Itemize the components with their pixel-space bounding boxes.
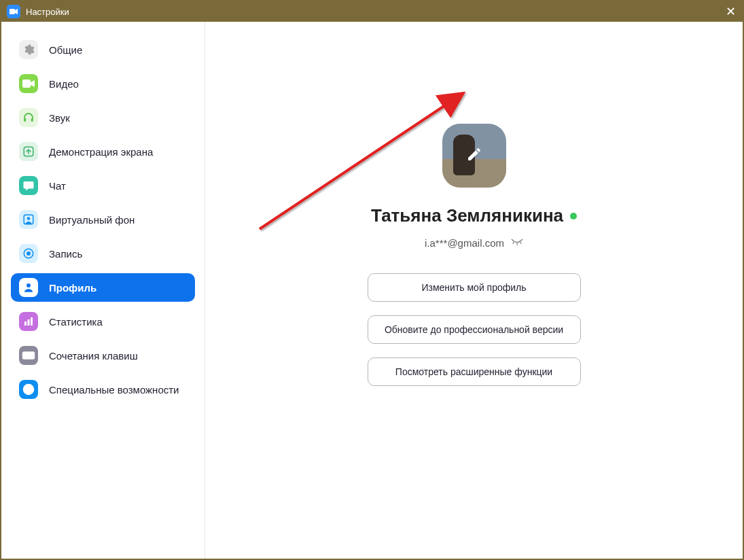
svg-rect-3 xyxy=(31,118,33,122)
sidebar-item-label: Статистика xyxy=(49,316,103,328)
accessibility-icon xyxy=(19,380,38,399)
titlebar: Настройки ✕ xyxy=(1,1,743,22)
svg-point-8 xyxy=(26,251,31,256)
svg-rect-20 xyxy=(32,355,33,357)
record-icon xyxy=(19,244,38,263)
sidebar-item-shortcuts[interactable]: Сочетания клавиш xyxy=(11,341,195,370)
upgrade-pro-button[interactable]: Обновите до профессиональной версии xyxy=(368,315,581,344)
close-icon[interactable]: ✕ xyxy=(726,4,736,19)
svg-point-22 xyxy=(28,385,30,387)
user-email: i.a***@gmail.com xyxy=(425,237,504,249)
sidebar-item-label: Видео xyxy=(49,78,79,90)
edit-profile-button[interactable]: Изменить мой профиль xyxy=(368,273,581,302)
svg-rect-2 xyxy=(24,118,26,122)
svg-point-6 xyxy=(27,217,31,220)
svg-rect-17 xyxy=(31,353,32,355)
chat-icon xyxy=(19,176,38,195)
user-name: Татьяна Земляникина xyxy=(371,205,563,226)
svg-rect-10 xyxy=(24,321,26,326)
svg-line-23 xyxy=(513,242,514,244)
svg-point-9 xyxy=(26,283,31,287)
sidebar-item-label: Запись xyxy=(49,248,82,260)
svg-rect-14 xyxy=(24,353,25,355)
window-title: Настройки xyxy=(26,7,69,17)
sidebar-item-label: Специальные возможности xyxy=(49,384,179,396)
gear-icon xyxy=(19,40,38,59)
sidebar-item-label: Сочетания клавиш xyxy=(49,350,138,362)
svg-rect-19 xyxy=(26,355,31,357)
svg-rect-11 xyxy=(28,319,30,326)
sidebar-item-label: Общие xyxy=(49,44,82,56)
svg-rect-16 xyxy=(29,353,30,355)
sidebar-item-profile[interactable]: Профиль xyxy=(11,273,195,302)
sidebar-item-label: Звук xyxy=(49,112,70,124)
sidebar-item-chat[interactable]: Чат xyxy=(11,171,195,200)
svg-rect-0 xyxy=(10,9,15,14)
keyboard-icon xyxy=(19,346,38,365)
video-icon xyxy=(19,74,38,93)
sidebar-item-accessibility[interactable]: Специальные возможности xyxy=(11,375,195,404)
sidebar-item-virtualbg[interactable]: Виртуальный фон xyxy=(11,205,195,234)
sidebar-item-recording[interactable]: Запись xyxy=(11,239,195,268)
user-frame-icon xyxy=(19,210,38,229)
sidebar-item-general[interactable]: Общие xyxy=(11,35,195,64)
zoom-logo-icon xyxy=(7,5,20,18)
share-icon xyxy=(19,142,38,161)
sidebar-item-audio[interactable]: Звук xyxy=(11,103,195,132)
sidebar-item-label: Профиль xyxy=(49,282,96,294)
sidebar-item-stats[interactable]: Статистика xyxy=(11,307,195,336)
sidebar-item-share[interactable]: Демонстрация экрана xyxy=(11,137,195,166)
sidebar-item-label: Чат xyxy=(49,180,66,192)
svg-rect-18 xyxy=(24,355,25,357)
sidebar-item-video[interactable]: Видео xyxy=(11,69,195,98)
svg-rect-15 xyxy=(26,353,28,355)
pencil-icon xyxy=(466,146,482,165)
person-icon xyxy=(19,278,38,297)
eye-closed-icon[interactable] xyxy=(511,237,523,249)
advanced-features-button[interactable]: Посмотреть расширенные функции xyxy=(368,357,581,386)
headphones-icon xyxy=(19,108,38,127)
bars-icon xyxy=(19,312,38,331)
sidebar-item-label: Виртуальный фон xyxy=(49,214,135,226)
sidebar-item-label: Демонстрация экрана xyxy=(49,146,153,158)
presence-online-icon xyxy=(570,213,577,220)
svg-rect-12 xyxy=(31,317,33,326)
avatar-edit-button[interactable] xyxy=(442,124,506,188)
svg-rect-1 xyxy=(22,80,31,88)
svg-line-25 xyxy=(520,242,521,244)
